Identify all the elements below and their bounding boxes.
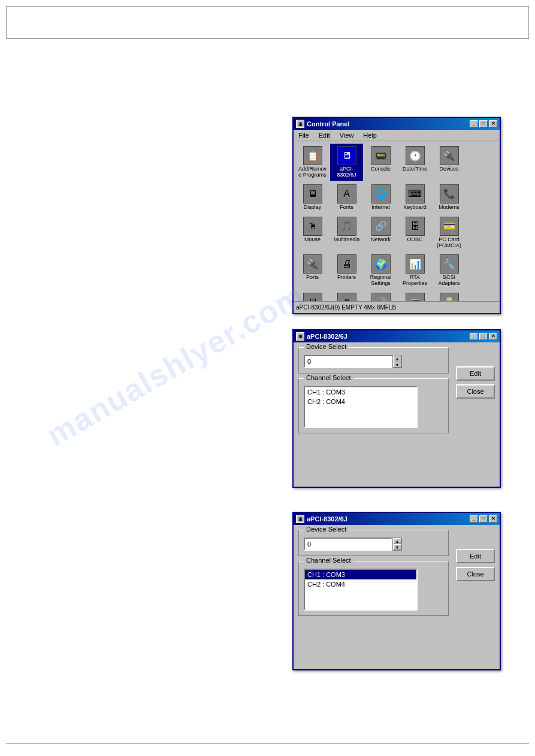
- cp-icon-pc-card-(pcmcia)[interactable]: 💳PC Card (PCMCIA): [433, 214, 466, 251]
- apci2-channel-1[interactable]: CH1 : COM3: [305, 570, 416, 579]
- cp-icon-image-17: 🌍: [371, 254, 391, 274]
- bottom-line: [6, 743, 529, 744]
- control-panel-titlebar: ⊞ Control Panel _ □ ✕: [294, 118, 500, 130]
- cp-icon-label-0: Add/Remove Programs: [297, 166, 328, 178]
- cp-icon-label-7: Internet: [371, 205, 390, 211]
- cp-icon-label-15: Ports: [306, 275, 319, 281]
- apci1-minimize-button[interactable]: _: [470, 333, 478, 340]
- apci2-title-label: aPCI-8302/6J: [307, 515, 347, 523]
- cp-icon-rta-properties[interactable]: 📊RTA Properties: [398, 252, 431, 289]
- cp-icon-keyboard[interactable]: ⌨Keyboard: [398, 182, 431, 213]
- apci-window-1: ⊞ aPCI-8302/6J _ □ ✕ Device Select ▲ ▼ C…: [292, 329, 501, 488]
- minimize-button[interactable]: _: [470, 120, 478, 127]
- apci2-maximize-button[interactable]: □: [479, 515, 488, 523]
- cp-icon-ports[interactable]: 🔌Ports: [296, 252, 329, 289]
- cp-icon-modems[interactable]: 📞Modems: [433, 182, 466, 213]
- cp-icon-image-9: 📞: [440, 184, 459, 204]
- cp-title-icon: ⊞: [296, 120, 304, 128]
- maximize-button[interactable]: □: [479, 120, 488, 127]
- apci2-channel-2[interactable]: CH2 : COM4: [305, 579, 416, 589]
- cp-icon-label-5: Display: [304, 205, 322, 211]
- apci2-win-controls[interactable]: _ □ ✕: [470, 515, 497, 523]
- apci2-minimize-button[interactable]: _: [470, 515, 478, 523]
- cp-icon-mouse[interactable]: 🖱Mouse: [296, 214, 329, 251]
- cp-icon-console[interactable]: 📟Console: [364, 144, 397, 181]
- cp-icon-multimedia[interactable]: 🎵Multimedia: [330, 214, 363, 251]
- cp-icon-label-2: Console: [371, 166, 391, 172]
- apci2-close-button[interactable]: ✕: [489, 515, 497, 523]
- cp-icon-label-4: Devices: [439, 166, 458, 172]
- apci1-channel-select-group: Channel Select CH1 : COM3 CH2 : COM4: [298, 378, 449, 433]
- cp-icon-label-3: Date/Time: [403, 166, 427, 172]
- apci1-content: Device Select ▲ ▼ Channel Select CH1 : C…: [294, 342, 500, 443]
- apci2-device-select-label: Device Select: [304, 526, 349, 533]
- apci2-spinner-up[interactable]: ▲: [393, 538, 401, 544]
- apci1-spinner-down[interactable]: ▼: [393, 362, 401, 368]
- cp-icon-display[interactable]: 🖥Display: [296, 182, 329, 213]
- cp-icon-grid: 📋Add/Remove Programs🖥aPCI-8302/6J📟Consol…: [294, 141, 500, 309]
- apci1-win-controls[interactable]: _ □ ✕: [470, 333, 497, 340]
- cp-menubar: File Edit View Help: [294, 130, 500, 141]
- apci1-edit-button[interactable]: Edit: [456, 366, 495, 381]
- cp-icon-label-8: Keyboard: [403, 205, 427, 211]
- cp-icon-label-11: Multimedia: [334, 237, 360, 243]
- cp-icon-label-19: SCSI Adapters: [434, 275, 464, 287]
- cp-icon-printers[interactable]: 🖨Printers: [330, 252, 363, 289]
- apci1-spinner-arrows: ▲ ▼: [392, 355, 402, 368]
- apci2-device-input[interactable]: [304, 538, 392, 551]
- cp-icon-internet[interactable]: 🌐Internet: [364, 182, 397, 213]
- apci1-channel-1[interactable]: CH1 : COM3: [305, 387, 416, 397]
- apci1-close-btn[interactable]: Close: [456, 384, 495, 399]
- cp-icon-label-16: Printers: [337, 275, 356, 281]
- apci1-maximize-button[interactable]: □: [479, 333, 488, 340]
- cp-win-controls[interactable]: _ □ ✕: [470, 120, 497, 127]
- apci1-channel-2[interactable]: CH2 : COM4: [305, 397, 416, 406]
- cp-icon-label-6: Fonts: [340, 205, 353, 211]
- cp-icon-fonts[interactable]: AFonts: [330, 182, 363, 213]
- menu-help[interactable]: Help: [361, 131, 379, 139]
- cp-icon-apci-8302/6j[interactable]: 🖥aPCI-8302/6J: [330, 144, 363, 181]
- close-button[interactable]: ✕: [489, 120, 497, 127]
- cp-icon-label-9: Modems: [439, 205, 460, 211]
- cp-icon-image-5: 🖥: [303, 184, 322, 204]
- apci2-spinner-arrows: ▲ ▼: [392, 538, 402, 551]
- cp-icon-image-3: 🕐: [406, 146, 425, 165]
- cp-icon-image-19: 🔧: [440, 254, 459, 274]
- cp-icon-regional-settings[interactable]: 🌍Regional Settings: [364, 252, 397, 289]
- menu-edit[interactable]: Edit: [316, 131, 333, 139]
- apci2-channel-listbox[interactable]: CH1 : COM3 CH2 : COM4: [304, 569, 418, 611]
- cp-icon-label-18: RTA Properties: [400, 275, 430, 287]
- cp-icon-image-15: 🔌: [303, 254, 322, 274]
- apci2-close-btn[interactable]: Close: [456, 567, 495, 581]
- apci1-buttons: Edit Close: [456, 366, 495, 399]
- cp-icon-image-7: 🌐: [371, 184, 391, 204]
- cp-icon-label-17: Regional Settings: [365, 275, 396, 287]
- cp-icon-date/time[interactable]: 🕐Date/Time: [398, 144, 431, 181]
- cp-icon-image-4: 🔌: [440, 146, 459, 165]
- apci2-spinner-down[interactable]: ▼: [393, 544, 401, 550]
- apci2-device-select-area: ▲ ▼: [304, 538, 412, 551]
- cp-icon-label-14: PC Card (PCMCIA): [434, 237, 464, 249]
- cp-icon-add/remove-programs[interactable]: 📋Add/Remove Programs: [296, 144, 329, 181]
- cp-status-text: aPCI-8302/6J(0) EMPTY 4Mx 8MFLB: [296, 304, 396, 311]
- apci1-close-button[interactable]: ✕: [489, 333, 497, 340]
- cp-icon-devices[interactable]: 🔌Devices: [433, 144, 466, 181]
- apci1-title-icon: ⊞: [296, 332, 304, 341]
- cp-icon-network[interactable]: 🔗Network: [364, 214, 397, 251]
- apci-window-2: ⊞ aPCI-8302/6J _ □ ✕ Device Select ▲ ▼ C…: [292, 512, 501, 670]
- apci1-device-input[interactable]: [304, 355, 392, 368]
- cp-icon-image-13: 🗄: [406, 217, 425, 236]
- menu-view[interactable]: View: [337, 131, 356, 139]
- cp-icon-image-11: 🎵: [337, 217, 356, 236]
- apci1-spinner-up[interactable]: ▲: [393, 356, 401, 362]
- apci2-edit-button[interactable]: Edit: [456, 549, 495, 563]
- cp-icon-label-10: Mouse: [304, 237, 321, 243]
- apci2-title-icon: ⊞: [296, 515, 304, 523]
- cp-icon-odbc[interactable]: 🗄ODBC: [398, 214, 431, 251]
- cp-icon-label-13: ODBC: [407, 237, 422, 243]
- apci1-titlebar: ⊞ aPCI-8302/6J _ □ ✕: [294, 330, 500, 342]
- apci1-channel-listbox[interactable]: CH1 : COM3 CH2 : COM4: [304, 386, 418, 428]
- menu-file[interactable]: File: [296, 131, 312, 139]
- cp-icon-scsi-adapters[interactable]: 🔧SCSI Adapters: [433, 252, 466, 289]
- apci1-channel-select-label: Channel Select: [304, 374, 353, 381]
